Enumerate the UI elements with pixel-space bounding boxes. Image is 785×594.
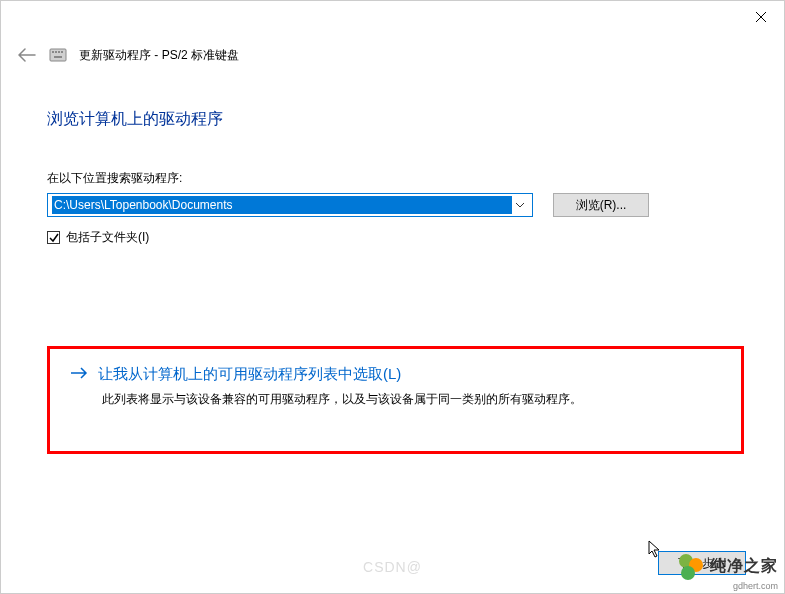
back-arrow-icon bbox=[18, 48, 36, 62]
checkmark-icon bbox=[49, 233, 59, 243]
svg-rect-2 bbox=[55, 51, 57, 53]
watermark-domain: gdhert.com bbox=[733, 581, 778, 591]
dialog-window: 更新驱动程序 - PS/2 标准键盘 浏览计算机上的驱动程序 在以下位置搜索驱动… bbox=[0, 0, 785, 594]
svg-rect-5 bbox=[54, 56, 62, 58]
next-button[interactable]: 下一步(N bbox=[658, 551, 746, 575]
svg-rect-0 bbox=[50, 49, 66, 61]
include-subfolders-row: 包括子文件夹(I) bbox=[47, 229, 744, 246]
page-title: 浏览计算机上的驱动程序 bbox=[47, 109, 744, 130]
path-value: C:\Users\LTopenbook\Documents bbox=[52, 196, 512, 214]
arrow-right-icon bbox=[70, 366, 88, 383]
option-description: 此列表将显示与该设备兼容的可用驱动程序，以及与该设备属于同一类别的所有驱动程序。 bbox=[102, 390, 721, 408]
svg-rect-1 bbox=[52, 51, 54, 53]
option-header: 让我从计算机上的可用驱动程序列表中选取(L) bbox=[70, 365, 721, 384]
chevron-down-icon bbox=[512, 203, 528, 208]
content-area: 浏览计算机上的驱动程序 在以下位置搜索驱动程序: C:\Users\LTopen… bbox=[1, 77, 784, 454]
back-button[interactable] bbox=[17, 45, 37, 65]
pick-from-list-option[interactable]: 让我从计算机上的可用驱动程序列表中选取(L) 此列表将显示与该设备兼容的可用驱动… bbox=[47, 346, 744, 454]
next-label: 下一步(N bbox=[678, 555, 727, 572]
close-icon bbox=[756, 12, 766, 22]
include-subfolders-label: 包括子文件夹(I) bbox=[66, 229, 149, 246]
titlebar bbox=[1, 1, 784, 33]
search-row: C:\Users\LTopenbook\Documents 浏览(R)... bbox=[47, 193, 744, 217]
device-icon bbox=[49, 46, 67, 64]
svg-rect-3 bbox=[58, 51, 60, 53]
path-combobox[interactable]: C:\Users\LTopenbook\Documents bbox=[47, 193, 533, 217]
footer: 下一步(N bbox=[658, 551, 746, 575]
close-button[interactable] bbox=[738, 2, 784, 32]
option-title: 让我从计算机上的可用驱动程序列表中选取(L) bbox=[98, 365, 401, 384]
header: 更新驱动程序 - PS/2 标准键盘 bbox=[1, 33, 784, 77]
search-label: 在以下位置搜索驱动程序: bbox=[47, 170, 744, 187]
header-title: 更新驱动程序 - PS/2 标准键盘 bbox=[79, 47, 239, 64]
svg-rect-4 bbox=[61, 51, 63, 53]
csdn-watermark: CSDN@ bbox=[363, 559, 422, 575]
browse-label: 浏览(R)... bbox=[576, 197, 627, 214]
browse-button[interactable]: 浏览(R)... bbox=[553, 193, 649, 217]
include-subfolders-checkbox[interactable] bbox=[47, 231, 60, 244]
